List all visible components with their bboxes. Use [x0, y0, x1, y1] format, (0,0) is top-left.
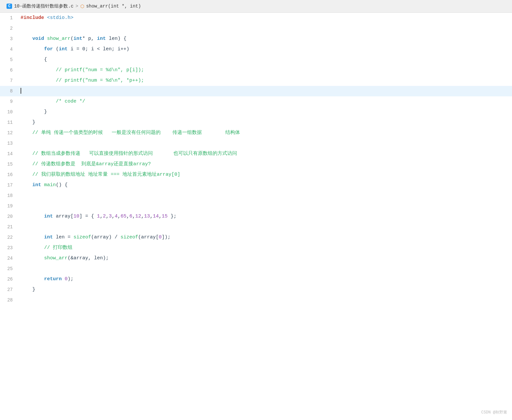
line-number: 2	[0, 23, 18, 34]
token-plain: );	[68, 276, 73, 282]
token-number-val: 0	[159, 234, 162, 240]
token-kw-for: for	[44, 46, 53, 52]
token-plain: ]);	[162, 234, 170, 240]
token-number-val: 1	[97, 214, 100, 219]
token-number-val: 0	[65, 276, 68, 282]
text-cursor	[21, 88, 21, 94]
code-line: 24 show_arr(&array, len);	[0, 253, 512, 264]
token-plain	[21, 46, 44, 52]
token-plain: (	[71, 36, 73, 41]
token-plain: len =	[53, 234, 73, 240]
token-plain	[44, 36, 47, 41]
token-plain: len) {	[106, 36, 126, 41]
token-number-val: 10	[73, 214, 79, 219]
function-icon: ⬡	[80, 4, 84, 9]
token-plain: (	[53, 46, 59, 52]
token-plain: ,	[112, 214, 115, 219]
breadcrumb-separator: >	[75, 4, 78, 9]
token-plain	[21, 276, 44, 282]
code-line: 10 }	[0, 107, 512, 117]
token-plain: * p,	[82, 36, 97, 41]
token-plain: (&array, len);	[68, 255, 109, 261]
token-plain	[21, 245, 44, 250]
code-line: 26 return 0);	[0, 274, 512, 284]
line-number: 23	[0, 243, 18, 253]
code-line: 4 for (int i = 0; i < len; i++)	[0, 44, 512, 55]
code-line: 21	[0, 222, 512, 232]
line-content: // 传递数组参数是 到底是&array还是直接array?	[18, 159, 512, 170]
token-func-name: main	[44, 182, 56, 188]
code-line: 15 // 传递数组参数是 到底是&array还是直接array?	[0, 159, 512, 170]
token-kw-return: return	[44, 276, 62, 282]
line-content: void show_arr(int* p, int len) {	[18, 34, 512, 44]
token-plain: ,	[159, 214, 162, 219]
line-content: // 单纯 传递一个值类型的时候 一般是没有任何问题的 传递一组数据 结构体	[18, 128, 512, 138]
line-number: 4	[0, 44, 18, 55]
token-plain	[21, 161, 32, 167]
token-kw-void: void	[32, 36, 44, 41]
code-line: 1#include <stdio.h>	[0, 13, 512, 23]
code-line: 14 // 数组当成参数传递 可以直接使用指针的形式访问 也可以只有原数组的方式…	[0, 149, 512, 159]
line-content	[18, 86, 512, 96]
token-kw-int: int	[59, 46, 68, 52]
code-line: 16 // 我们获取的数组地址 地址常量 === 地址首元素地址array[0]	[0, 170, 512, 180]
line-number: 5	[0, 55, 18, 65]
line-number: 17	[0, 180, 18, 190]
token-plain	[21, 172, 32, 177]
line-number: 3	[0, 34, 18, 44]
line-content: /* code */	[18, 96, 512, 107]
token-comment: /* code */	[56, 99, 85, 104]
token-number-val: 12	[135, 214, 141, 219]
code-line: 27 }	[0, 284, 512, 295]
line-content: // 数组当成参数传递 可以直接使用指针的形式访问 也可以只有原数组的方式访问	[18, 149, 512, 159]
token-func-name: show_arr	[47, 36, 71, 41]
code-editor[interactable]: 1#include <stdio.h>23 void show_arr(int*…	[0, 13, 512, 305]
code-line: 11 }	[0, 117, 512, 128]
token-chinese-comment: // 单纯 传递一个值类型的时候 一般是没有任何问题的 传递一组数据 结构体	[32, 130, 240, 136]
line-number: 10	[0, 107, 18, 117]
token-chinese-comment: // 我们获取的数组地址 地址常量 === 地址首元素地址array[0]	[32, 172, 180, 177]
token-plain: };	[168, 214, 176, 219]
line-number: 18	[0, 190, 18, 201]
line-number: 8	[0, 86, 18, 96]
code-line: 8	[0, 86, 512, 96]
line-number: 24	[0, 253, 18, 264]
token-plain: () {	[56, 182, 68, 188]
token-kw-int: int	[97, 36, 106, 41]
line-content: {	[18, 55, 512, 65]
line-number: 7	[0, 75, 18, 86]
token-plain: ] = {	[79, 214, 97, 219]
line-content: }	[18, 117, 512, 128]
line-content: // printf("num = %d\n", *p++);	[18, 75, 512, 86]
line-content	[18, 201, 512, 211]
token-plain: array[	[53, 214, 73, 219]
token-func-name: sizeof	[73, 234, 91, 240]
token-comment: // printf("num = %d\n", p[i]);	[56, 67, 144, 73]
line-content: for (int i = 0; i < len; i++)	[18, 44, 512, 55]
token-number-val: 15	[162, 214, 168, 219]
token-plain: ,	[106, 214, 109, 219]
token-plain: {	[21, 57, 47, 62]
code-line: 25	[0, 264, 512, 274]
code-line: 13	[0, 138, 512, 149]
code-line: 18	[0, 190, 512, 201]
code-line: 19	[0, 201, 512, 211]
token-plain	[44, 15, 47, 21]
token-number-val: 65	[120, 214, 126, 219]
code-line: 23 // 打印数组	[0, 243, 512, 253]
token-plain: ,	[126, 214, 129, 219]
code-line: 17 int main() {	[0, 180, 512, 190]
token-chinese-comment: // 传递数组参数是 到底是&array还是直接array?	[32, 161, 151, 167]
token-chinese-comment: // 打印数组	[44, 245, 72, 250]
watermark: CSDN @秋野篝	[481, 410, 507, 415]
line-content: // 我们获取的数组地址 地址常量 === 地址首元素地址array[0]	[18, 170, 512, 180]
line-content	[18, 190, 512, 201]
line-content: }	[18, 284, 512, 295]
line-content: show_arr(&array, len);	[18, 253, 512, 264]
token-kw-int: int	[32, 182, 41, 188]
line-number: 14	[0, 149, 18, 159]
code-line: 7 // printf("num = %d\n", *p++);	[0, 75, 512, 86]
line-number: 26	[0, 274, 18, 284]
token-plain: ,	[118, 214, 120, 219]
line-number: 27	[0, 284, 18, 295]
